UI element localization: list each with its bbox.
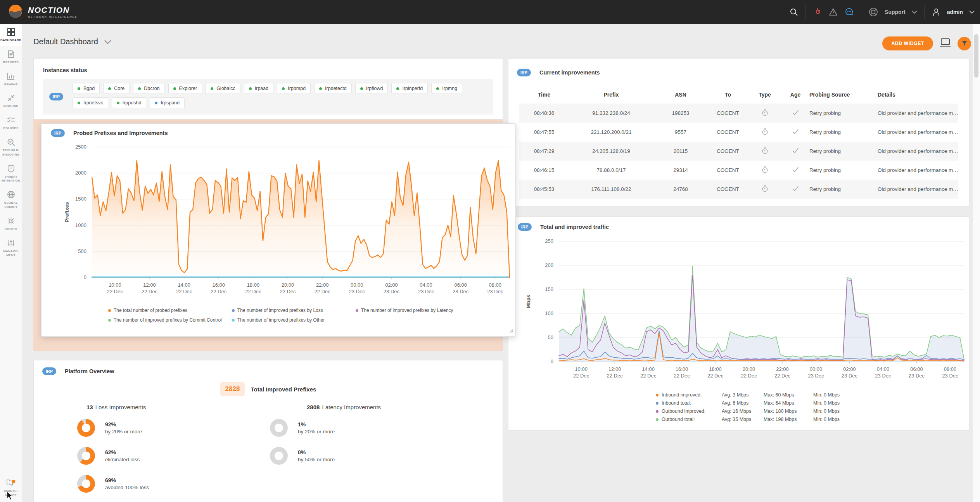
svg-text:20:00: 20:00 bbox=[282, 282, 294, 288]
status-dot bbox=[78, 87, 80, 90]
add-widget-button[interactable]: ADD WIDGET bbox=[882, 36, 933, 50]
total-improved-label: Total Improved Prefixes bbox=[251, 386, 316, 393]
chart-legend: Inbound improved:Avg: 3 MbpsMax: 60 Mbps… bbox=[656, 392, 840, 422]
check-icon bbox=[781, 142, 809, 161]
table-row[interactable]: 08:47:2924.205.128.0/1920115COGENTRetry … bbox=[519, 142, 958, 161]
sidebar-item-dashboard[interactable]: DASHBOARD bbox=[0, 24, 22, 46]
table-row[interactable]: 08:45:53176.111.108.0/2224768COGENTRetry… bbox=[519, 180, 958, 199]
svg-text:22 Dec: 22 Dec bbox=[176, 289, 192, 294]
svg-text:23 Dec: 23 Dec bbox=[875, 373, 891, 379]
column-header-type: Type bbox=[748, 87, 781, 104]
status-dot bbox=[108, 87, 111, 90]
status-dot bbox=[436, 87, 439, 90]
chat-icon[interactable] bbox=[844, 7, 854, 17]
scrollbar-thumb[interactable] bbox=[974, 34, 978, 78]
sidebar-item-label: DASHBOARD bbox=[0, 38, 21, 43]
widget-title: Probed Prefixes and Improvements bbox=[73, 130, 168, 136]
legend-stat-avg: Avg: 3 Mbps bbox=[722, 392, 764, 398]
legend-item[interactable]: Outbound improved: bbox=[656, 409, 722, 414]
svg-text:20:00: 20:00 bbox=[743, 366, 755, 372]
svg-text:22 Dec: 22 Dec bbox=[607, 373, 623, 379]
noction-logo-icon bbox=[9, 4, 22, 20]
flame-alert-icon[interactable] bbox=[813, 7, 822, 17]
sidebar-item-trouble-shooting[interactable]: TROUBLE- SHOOTING bbox=[0, 134, 22, 161]
sliders-icon bbox=[7, 239, 16, 248]
stat-label: eliminated loss bbox=[105, 457, 140, 462]
dashboard-selector[interactable]: Default Dashboard bbox=[33, 37, 111, 46]
widget-title: Instances status bbox=[43, 67, 87, 73]
legend-dot bbox=[656, 402, 659, 405]
noction-logo[interactable]: NOCTION NETWORK INTELLIGENCE bbox=[0, 4, 78, 20]
sidebar-item-global-commit[interactable]: GLOBAL COMMIT bbox=[0, 187, 22, 213]
sidebar-item-label: INBOUND bbox=[3, 104, 19, 109]
service-chip: Irpdetectd bbox=[314, 83, 352, 94]
svg-text:14:00: 14:00 bbox=[642, 366, 655, 372]
sidebar-item-policies[interactable]: POLICIES bbox=[0, 112, 22, 134]
legend-dot bbox=[656, 394, 659, 396]
table-row[interactable]: 08:48:3691.232.238.0/24198253COGENTRetry… bbox=[519, 104, 958, 123]
legend-stat-max: Max: 60 Mbps bbox=[764, 392, 813, 398]
irp-badge: IRP bbox=[49, 93, 63, 100]
legend-item[interactable]: The number of improved prefixes by Loss bbox=[232, 308, 356, 313]
svg-text:23 Dec: 23 Dec bbox=[942, 373, 958, 379]
legend-item[interactable]: The total number of probed prefixes bbox=[108, 308, 232, 313]
grid-icon bbox=[7, 28, 16, 36]
support-menu[interactable]: Support bbox=[868, 7, 917, 17]
sidebar-item-inbound[interactable]: INBOUND bbox=[0, 90, 22, 112]
legend-item[interactable]: Inbound total: bbox=[656, 400, 722, 406]
legend-item[interactable]: The number of improved prefixes by Commi… bbox=[108, 317, 232, 323]
svg-text:23 Dec: 23 Dec bbox=[418, 289, 434, 294]
traffic-widget: IRP Total and improved traffic 050100150… bbox=[508, 216, 970, 431]
legend-item[interactable]: The number of improved prefixes by Laten… bbox=[356, 308, 508, 313]
svg-text:22:00: 22:00 bbox=[316, 282, 329, 288]
legend-item[interactable]: The number of improved prefixes by Other bbox=[232, 317, 356, 323]
donut-chart bbox=[77, 447, 95, 465]
sidebar-item-manage-ment[interactable]: MANAGE- MENT bbox=[0, 235, 22, 261]
top-bar: NOCTION NETWORK INTELLIGENCE bbox=[0, 0, 980, 24]
stat-row: 0%by 50% or more bbox=[270, 447, 335, 465]
display-mode-icon[interactable] bbox=[939, 37, 951, 50]
svg-text:500: 500 bbox=[78, 248, 86, 254]
service-chip: Dbcron bbox=[133, 83, 164, 94]
column-header-asn: ASN bbox=[653, 87, 708, 104]
filter-button[interactable] bbox=[958, 37, 971, 50]
svg-text:06:00: 06:00 bbox=[910, 366, 923, 372]
stopwatch-icon bbox=[748, 123, 781, 142]
sidebar-item-reports[interactable]: REPORTS bbox=[0, 46, 22, 68]
svg-text:08:00: 08:00 bbox=[944, 366, 957, 372]
stat-row: 1%by 20% or more bbox=[270, 419, 335, 437]
vertical-scrollbar[interactable] bbox=[973, 24, 980, 502]
folder-icon bbox=[6, 478, 16, 487]
svg-text:02:00: 02:00 bbox=[843, 366, 856, 372]
status-dot bbox=[319, 87, 322, 90]
topbar-divider bbox=[924, 5, 925, 19]
status-dot bbox=[396, 87, 399, 90]
legend-dot bbox=[108, 309, 111, 312]
magnifier-icon bbox=[7, 138, 16, 147]
legend-dot bbox=[656, 418, 659, 421]
sidebar-item-config[interactable]: CONFIG bbox=[0, 213, 22, 235]
warning-icon[interactable] bbox=[828, 7, 838, 17]
sidebar-item-label: TROUBLE- SHOOTING bbox=[2, 149, 19, 157]
table-row[interactable]: 08:47:55221.120.200.0/219557COGENTRetry … bbox=[519, 123, 958, 142]
legend-item[interactable]: Outbound total: bbox=[656, 417, 722, 422]
stat-label: by 20% or more bbox=[105, 429, 142, 434]
sidebar-item-label: CONFIG bbox=[5, 227, 17, 232]
probed-prefixes-widget[interactable]: IRP Probed Prefixes and Improvements 050… bbox=[41, 123, 516, 337]
probed-prefixes-chart: 0500100015002000250010:0022 Dec12:0022 D… bbox=[53, 142, 513, 301]
column-header-age: Age bbox=[781, 87, 809, 104]
user-menu[interactable]: admin bbox=[932, 7, 975, 17]
legend-item[interactable]: Inbound improved: bbox=[656, 392, 722, 398]
donut-chart bbox=[77, 475, 95, 493]
status-dot bbox=[155, 102, 157, 104]
resize-handle[interactable] bbox=[509, 327, 513, 334]
donut-chart bbox=[77, 419, 95, 437]
table-row[interactable]: 08:46:1578.88.0.0/1729314COGENTRetry pro… bbox=[519, 161, 958, 180]
search-icon[interactable] bbox=[789, 7, 799, 17]
svg-text:0: 0 bbox=[84, 274, 86, 280]
sidebar-item-threat-mitigation[interactable]: THREAT MITIGATION bbox=[0, 161, 22, 187]
svg-text:200: 200 bbox=[545, 262, 553, 268]
column-header-to: To bbox=[708, 87, 748, 104]
svg-text:02:00: 02:00 bbox=[385, 282, 398, 288]
sidebar-item-graphs[interactable]: GRAPHS bbox=[0, 68, 22, 90]
